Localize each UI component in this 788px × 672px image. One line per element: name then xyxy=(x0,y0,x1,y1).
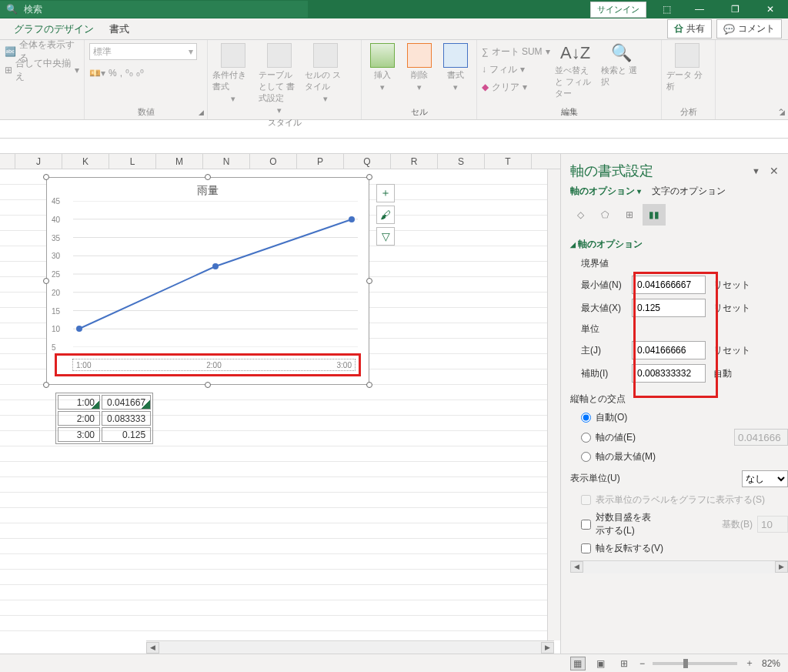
col-L[interactable]: L xyxy=(109,154,156,169)
input-max[interactable] xyxy=(632,299,706,317)
input-cross-value[interactable] xyxy=(734,429,788,446)
col-T[interactable]: T xyxy=(485,154,532,169)
label-bounds: 境界値 xyxy=(570,254,788,273)
view-page-break-icon[interactable]: ⊞ xyxy=(616,657,632,670)
signin-button[interactable]: サインイン xyxy=(590,2,646,18)
col-O[interactable]: O xyxy=(250,154,297,169)
plot-area[interactable]: 45 40 35 30 25 20 15 10 5 xyxy=(73,201,358,347)
panel-options-icon[interactable]: ▼ xyxy=(752,166,760,176)
col-R[interactable]: R xyxy=(391,154,438,169)
section-axis-options[interactable]: 軸のオプション xyxy=(570,235,788,254)
number-launcher-icon[interactable]: ◢ xyxy=(199,109,204,116)
label-min: 最小値(N) xyxy=(581,279,627,292)
reset-min[interactable]: リセット xyxy=(710,277,753,293)
view-normal-icon[interactable]: ▦ xyxy=(570,657,586,670)
col-J[interactable]: J xyxy=(15,154,62,169)
label-units: 単位 xyxy=(570,319,788,339)
maximize-button[interactable]: ❐ xyxy=(717,0,753,18)
scroll-left-icon[interactable]: ◀ xyxy=(146,642,159,654)
tab-format[interactable]: 書式 xyxy=(102,19,137,39)
check-log-scale[interactable] xyxy=(581,520,591,530)
tab-chart-design[interactable]: グラフのデザイン xyxy=(6,19,102,39)
close-button[interactable]: ✕ xyxy=(753,0,788,18)
zoom-level[interactable]: 82% xyxy=(762,658,780,669)
panel-close-icon[interactable]: ✕ xyxy=(770,165,779,177)
increase-decimal-icon[interactable]: ⁰₀ xyxy=(125,68,133,79)
label-log-base: 基数(B) xyxy=(722,518,753,531)
effects-icon[interactable]: ⬠ xyxy=(593,204,616,226)
data-table[interactable]: 1:000.041667 2:000.083333 3:000.125 xyxy=(55,393,153,444)
format-as-table[interactable]: テーブルとして 書式設定▾ xyxy=(259,43,300,115)
find-select[interactable]: 🔍検索と 選択 xyxy=(601,43,643,88)
view-page-layout-icon[interactable]: ▣ xyxy=(593,657,609,670)
table-row: 3:000.125 xyxy=(58,427,151,442)
percent-icon[interactable]: % xyxy=(109,68,117,79)
col-Q[interactable]: Q xyxy=(344,154,391,169)
horizontal-scrollbar[interactable]: ◀ ▶ xyxy=(146,640,554,654)
radio-cross-auto[interactable] xyxy=(581,413,591,423)
merge-center[interactable]: ⊞合して中央揃え▾ xyxy=(5,62,79,79)
radio-cross-value[interactable] xyxy=(581,433,591,443)
search-placeholder: 検索 xyxy=(24,3,42,16)
chart-styles-button[interactable]: 🖌 xyxy=(376,206,395,224)
reset-max[interactable]: リセット xyxy=(710,300,753,316)
ribbon-display-icon[interactable]: ⬚ xyxy=(651,0,682,18)
tab-text-options[interactable]: 文字のオプション xyxy=(652,185,726,198)
zoom-slider[interactable] xyxy=(653,662,737,665)
vertical-scrollbar[interactable] xyxy=(547,169,560,640)
collapse-ribbon-icon[interactable]: ⌃ xyxy=(777,107,785,118)
formula-bar[interactable] xyxy=(0,139,788,154)
currency-icon[interactable]: 💴▾ xyxy=(89,68,105,79)
label-max: 最大値(X) xyxy=(581,302,627,315)
chart-object[interactable]: 雨量 45 40 35 30 25 20 15 10 5 xyxy=(46,177,369,385)
zoom-out-icon[interactable]: − xyxy=(639,658,645,669)
conditional-formatting[interactable]: 条件付き 書式▾ xyxy=(212,43,254,104)
zoom-in-icon[interactable]: ＋ xyxy=(745,657,754,670)
col-N[interactable]: N xyxy=(203,154,250,169)
fill[interactable]: ↓フィル▾ xyxy=(482,61,550,78)
search-box[interactable]: 🔍 検索 xyxy=(0,1,308,18)
col-S[interactable]: S xyxy=(438,154,485,169)
share-button[interactable]: 㕣共有 xyxy=(667,19,712,38)
input-major[interactable] xyxy=(632,341,706,359)
scroll-right-icon[interactable]: ▶ xyxy=(541,642,554,654)
status-bar: ▦ ▣ ⊞ − ＋ 82% xyxy=(0,654,788,672)
minimize-button[interactable]: — xyxy=(682,0,717,18)
worksheet-grid[interactable]: J K L M N O P Q R S T /*rows rendered be… xyxy=(0,154,560,654)
delete-cells[interactable]: 削除▾ xyxy=(403,43,436,92)
size-properties-icon[interactable]: ⊞ xyxy=(618,204,641,226)
sort-filter[interactable]: A↓Z並べ替えと フィルター xyxy=(555,43,596,99)
x-axis[interactable]: 1:00 2:00 3:00 xyxy=(72,359,356,371)
select-display-unit[interactable]: なし xyxy=(742,470,788,487)
comma-icon[interactable]: , xyxy=(120,68,122,79)
chart-title[interactable]: 雨量 xyxy=(47,178,369,201)
tab-axis-options[interactable]: 軸のオプション ▾ xyxy=(570,185,641,198)
auto-minor[interactable]: 自動 xyxy=(710,366,735,382)
check-reverse-axis[interactable] xyxy=(581,543,591,553)
clear[interactable]: ◆クリア▾ xyxy=(482,79,550,95)
cell-styles[interactable]: セルの スタイル▾ xyxy=(305,43,346,104)
panel-horizontal-scrollbar[interactable]: ◀▶ xyxy=(570,560,788,573)
comment-button[interactable]: 💬コメント xyxy=(716,19,782,38)
col-P[interactable]: P xyxy=(297,154,344,169)
autosum[interactable]: ∑オート SUM▾ xyxy=(482,43,550,60)
radio-cross-max[interactable] xyxy=(581,452,591,462)
axis-options-icon[interactable]: ▮▮ xyxy=(643,204,666,226)
col-M[interactable]: M xyxy=(156,154,203,169)
input-minor[interactable] xyxy=(632,364,706,383)
fill-line-icon[interactable]: ◇ xyxy=(569,204,592,226)
format-cells[interactable]: 書式▾ xyxy=(439,43,472,92)
chart-filters-button[interactable]: ▽ xyxy=(376,227,395,246)
decrease-decimal-icon[interactable]: ₀⁰ xyxy=(136,68,144,79)
group-cells-label: セル xyxy=(366,105,472,118)
format-axis-panel: 軸の書式設定 ▼ ✕ 軸のオプション ▾ 文字のオプション ◇ ⬠ ⊞ ▮▮ 軸… xyxy=(560,154,788,654)
number-format-combo[interactable]: 標準▾ xyxy=(89,43,197,60)
data-analysis[interactable]: データ 分析 xyxy=(666,43,708,92)
reset-major[interactable]: リセット xyxy=(710,343,753,359)
input-min[interactable] xyxy=(632,276,706,294)
group-number-label: 数値 xyxy=(89,105,202,118)
insert-cells[interactable]: 挿入▾ xyxy=(366,43,399,92)
chart-elements-button[interactable]: ＋ xyxy=(376,184,395,202)
name-box-area[interactable] xyxy=(0,120,788,139)
col-K[interactable]: K xyxy=(62,154,109,169)
